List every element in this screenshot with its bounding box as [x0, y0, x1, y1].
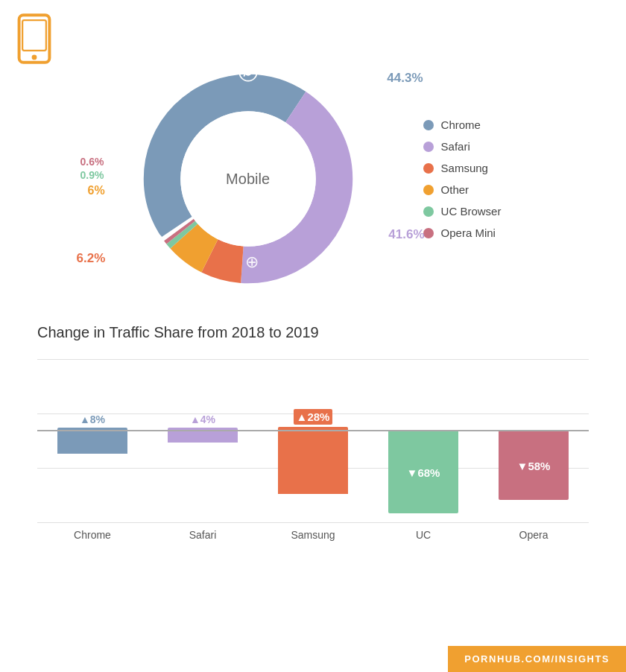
chrome-icon [238, 62, 259, 83]
donut-center-label: Mobile [226, 171, 270, 188]
samsung-bar-label: ▲28% [294, 409, 333, 425]
legend-item-opera: Opera Mini [423, 226, 502, 239]
bar-chart-section: Change in Traffic Share from 2018 to 201… [15, 324, 611, 553]
samsung-icon: ♄ [149, 225, 166, 248]
bar-chart-area: ▲8% ▲4% ▲28% [37, 359, 589, 553]
x-label-samsung: Samsung [258, 523, 368, 553]
uc-pct-label: 0.9% [80, 169, 104, 181]
bar-samsung: ▲28% [258, 359, 368, 523]
safari-icon: ⊕ [245, 253, 259, 272]
footer: PORNHUB.COM/INSIGHTS [448, 646, 626, 672]
samsung-pct-label: 6.2% [77, 251, 106, 266]
legend-item-chrome: Chrome [423, 118, 502, 131]
bar-chart-baseline [37, 430, 589, 431]
safari-bar-label: ▲4% [190, 413, 215, 425]
chart-legend: Chrome Safari Samsung Other UC Browser O… [423, 118, 502, 239]
legend-item-safari: Safari [423, 140, 502, 153]
bar-safari: ▲4% [148, 359, 258, 523]
legend-item-samsung: Samsung [423, 162, 502, 174]
x-label-chrome: Chrome [37, 523, 148, 553]
x-label-opera: Opera [478, 523, 589, 553]
other-pct-label: 6% [88, 184, 105, 197]
chrome-pct-label: 44.3% [387, 71, 423, 86]
opera-pct-label: 0.6% [80, 156, 104, 168]
x-label-safari: Safari [148, 523, 258, 553]
bar-opera: ▼58% [478, 359, 589, 523]
opera-bar-label: ▼58% [517, 460, 551, 472]
bar-uc: ▼68% [368, 359, 478, 523]
x-label-uc: UC [368, 523, 478, 553]
legend-item-other: Other [423, 183, 502, 196]
chrome-bar-label: ▲8% [80, 413, 105, 425]
safari-pct-label: 41.6% [388, 227, 424, 242]
bar-chrome: ▲8% [37, 359, 148, 523]
uc-bar-label: ▼68% [407, 466, 440, 479]
bar-chart-title: Change in Traffic Share from 2018 to 201… [37, 324, 589, 341]
legend-item-uc: UC Browser [423, 205, 502, 218]
